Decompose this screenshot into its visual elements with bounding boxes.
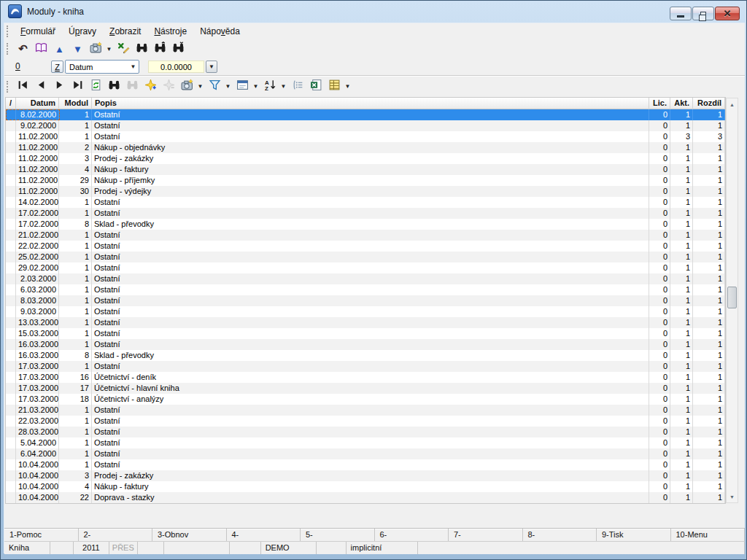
star-add-button[interactable] [142,79,159,95]
table-row[interactable]: 14.02.20001Ostatní011 [6,197,725,208]
table-row[interactable]: 11.02.200030Prodej - výdejky011 [6,186,725,197]
binoculars-up-button[interactable] [152,41,169,57]
column-header-modul[interactable]: Modul [59,98,92,109]
value-filter-input[interactable]: 0.0.0000 [148,61,204,73]
table-row[interactable]: 11.02.20001Ostatní033 [6,131,725,142]
table-row[interactable]: 8.03.20001Ostatní011 [6,295,725,306]
sort-az-dropdown-button[interactable]: ▼ [279,79,287,95]
fkey-2[interactable]: 2- [79,529,153,541]
table-row[interactable]: 17.03.20001Ostatní011 [6,361,725,372]
menu-item-napoveda[interactable]: Nápověda [193,24,247,39]
scroll-down-button[interactable]: ▼ [727,491,738,502]
binoculars-button[interactable] [133,41,150,57]
fkey-5[interactable]: 5- [301,529,375,541]
table-row[interactable]: 11.02.200029Nákup - příjemky011 [6,175,725,186]
nav-prev-button[interactable] [33,79,50,95]
vertical-scrollbar[interactable]: ▲ ▼ [726,98,738,503]
table-row[interactable]: 17.02.20001Ostatní011 [6,208,725,219]
sort-indicator-header[interactable]: / [6,98,16,109]
camera-dropdown-button[interactable]: ▼ [105,41,113,57]
table-row[interactable]: 15.03.20001Ostatní011 [6,328,725,339]
table-row[interactable]: 28.03.20001Ostatní011 [6,427,725,438]
camera-button[interactable] [179,79,196,95]
table-row[interactable]: 13.03.20001Ostatní011 [6,317,725,328]
table-row[interactable]: 22.03.20001Ostatní011 [6,416,725,427]
column-header-datum[interactable]: Datum [16,98,59,109]
table-row[interactable]: 10.04.20003Prodej - zakázky011 [6,470,725,481]
table-row[interactable]: 16.03.20001Ostatní011 [6,339,725,350]
cell [6,153,16,164]
table-row[interactable]: 22.02.20001Ostatní011 [6,241,725,252]
minimize-button[interactable] [670,7,692,20]
table-row[interactable]: 25.02.20001Ostatní011 [6,252,725,262]
table-row[interactable]: 6.04.20001Ostatní011 [6,448,725,459]
column-header-lic[interactable]: Lic. [649,98,670,109]
grid-button[interactable] [326,79,343,95]
table-row[interactable]: 29.02.20001Ostatní011 [6,262,725,273]
excel-button[interactable] [308,79,325,95]
fkey-7[interactable]: 7- [449,529,523,541]
fkey-9-tisk[interactable]: 9-Tisk [597,529,671,541]
arrow-down-button[interactable]: ▼ [69,41,86,57]
z-button[interactable]: Z [51,61,63,73]
table-row[interactable]: 10.04.20004Nákup - faktury011 [6,481,725,492]
table-row[interactable]: 11.02.20002Nákup - objednávky011 [6,142,725,153]
filter-button[interactable] [206,79,223,95]
filter-dropdown-button[interactable]: ▼ [224,79,232,95]
fkey-8[interactable]: 8- [523,529,597,541]
fkey-4[interactable]: 4- [227,529,301,541]
table-row[interactable]: 17.03.200018Účetnictví - analýzy011 [6,394,725,405]
fkey-1-pomoc[interactable]: 1-Pomoc [4,529,79,541]
table-row[interactable]: 5.04.20001Ostatní011 [6,438,725,448]
fkey-10-menu[interactable]: 10-Menu [671,529,746,541]
close-button[interactable]: ✕ [715,7,740,20]
arrow-up-button[interactable]: ▲ [51,41,68,57]
edit-x-button[interactable] [115,41,132,57]
menu-item-zobrazit[interactable]: Zobrazit [103,24,147,39]
column-header-rozdil[interactable]: Rozdíl [693,98,725,109]
binoculars-button[interactable] [106,79,123,95]
sort-az-button[interactable]: AZ [262,79,279,95]
value-filter-dropdown-button[interactable]: ▼ [206,61,217,73]
table-row[interactable]: 8.02.20001Ostatní011 [6,109,725,120]
sort-field-select[interactable]: Datum ▼ [65,60,139,74]
form-dropdown-button[interactable]: ▼ [252,79,260,95]
column-header-akt[interactable]: Akt. [670,98,693,109]
nav-next-button[interactable] [51,79,68,95]
table-row[interactable]: 9.03.20001Ostatní011 [6,306,725,317]
refresh-button[interactable] [88,79,104,95]
menu-item-formular[interactable]: Formulář [14,24,62,39]
table-row[interactable]: 17.02.20008Sklad - převodky011 [6,219,725,230]
camera-button[interactable] [88,41,104,57]
book-button[interactable] [33,41,50,57]
table-row[interactable]: 16.03.20008Sklad - převodky011 [6,350,725,361]
table-row[interactable]: 11.02.20003Prodej - zakázky011 [6,153,725,164]
undo-button[interactable]: ↶ [15,41,31,57]
nav-first-button[interactable] [15,79,31,95]
fkey-3-obnov[interactable]: 3-Obnov [152,529,227,541]
nav-last-icon [71,79,84,94]
grid-dropdown-button[interactable]: ▼ [344,79,352,95]
scrollbar-thumb[interactable] [727,287,737,308]
menu-item-nastroje[interactable]: Nástroje [147,24,193,39]
table-row[interactable]: 6.03.20001Ostatní011 [6,284,725,295]
scroll-up-button[interactable]: ▲ [727,98,738,110]
column-header-popis[interactable]: Popis [92,98,649,109]
camera-dropdown-button[interactable]: ▼ [196,79,204,95]
table-row[interactable]: 21.03.20001Ostatní011 [6,405,725,416]
list-button[interactable] [290,79,306,95]
table-row[interactable]: 21.02.20001Ostatní011 [6,230,725,241]
fkey-6[interactable]: 6- [375,529,449,541]
restore-button[interactable] [692,7,714,20]
nav-last-button[interactable] [69,79,86,95]
table-row[interactable]: 10.04.20001Ostatní011 [6,459,725,470]
table-row[interactable]: 17.03.200016Účetnictví - deník011 [6,372,725,383]
table-row[interactable]: 11.02.20004Nákup - faktury011 [6,164,725,175]
table-row[interactable]: 10.04.200022Doprava - stazky011 [6,492,725,503]
table-row[interactable]: 9.02.20001Ostatní011 [6,120,725,131]
binoculars-next-button[interactable] [170,41,187,57]
table-row[interactable]: 17.03.200017Účetnictví - hlavní kniha011 [6,383,725,394]
menu-item-upravy[interactable]: Úpravy [62,24,103,39]
form-button[interactable] [234,79,251,95]
table-row[interactable]: 2.03.20001Ostatní011 [6,273,725,284]
